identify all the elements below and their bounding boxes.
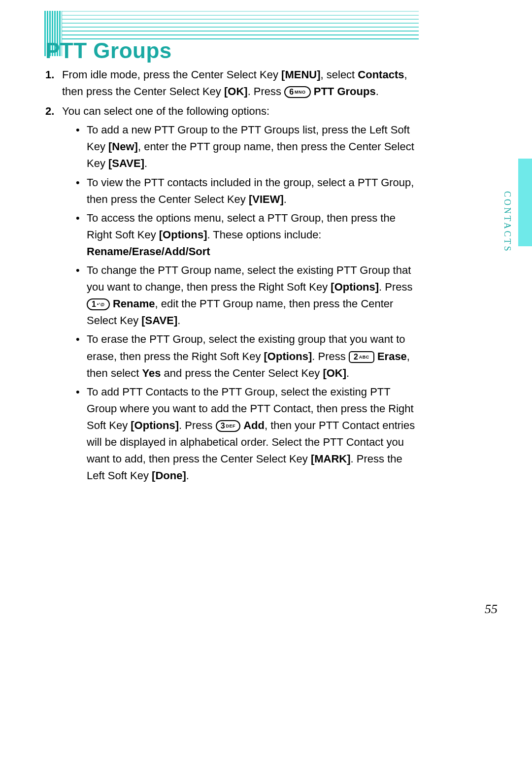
- text: . These options include:: [207, 229, 322, 241]
- bullet-view-group: To view the PTT contacts included in the…: [76, 174, 419, 208]
- step-2: 2. You can select one of the following o…: [45, 103, 419, 484]
- step-number: 1.: [45, 66, 54, 83]
- bullet-erase: To erase the PTT Group, select the exist…: [76, 331, 419, 381]
- text: . Press: [179, 419, 216, 431]
- key-ptt-groups: PTT Groups: [314, 85, 376, 98]
- key-contacts: Contacts: [358, 68, 404, 81]
- text: From idle mode, press the Center Select …: [62, 68, 281, 81]
- text: . Press: [248, 85, 285, 98]
- text: .: [144, 157, 147, 169]
- key-yes: Yes: [142, 367, 161, 379]
- text: .: [346, 367, 349, 379]
- text: . Press: [379, 281, 412, 293]
- step-number: 2.: [45, 103, 54, 120]
- text: .: [186, 469, 189, 482]
- key-view: [VIEW]: [249, 193, 284, 205]
- bullet-add-contacts: To add PTT Contacts to the PTT Group, se…: [76, 384, 419, 485]
- key-mark: [MARK]: [311, 453, 351, 465]
- keycap-3-icon: 3DEF: [216, 420, 240, 432]
- key-ok: [OK]: [224, 85, 248, 98]
- key-menu: [MENU]: [281, 68, 320, 81]
- bullet-add-group: To add a new PTT Group to the PTT Groups…: [76, 122, 419, 172]
- text: and press the Center Select Key: [161, 367, 323, 379]
- section-tab: [518, 159, 532, 246]
- step-1: 1. From idle mode, press the Center Sele…: [45, 66, 419, 100]
- page-number: 55: [485, 602, 498, 617]
- key-ok: [OK]: [323, 367, 346, 379]
- keycap-6-icon: 6MNO: [284, 86, 310, 98]
- text: You can select one of the following opti…: [62, 105, 269, 117]
- options-list: Rename/Erase/Add/Sort: [87, 245, 210, 258]
- key-add: Add: [243, 419, 265, 431]
- keycap-2-icon: 2ABC: [349, 351, 374, 363]
- key-options: [Options]: [131, 419, 179, 431]
- text: .: [376, 85, 379, 98]
- key-erase: Erase: [377, 350, 407, 362]
- key-new: [New]: [108, 140, 138, 153]
- text: , select: [321, 68, 358, 81]
- key-options: [Options]: [159, 229, 207, 241]
- text: .: [284, 193, 287, 205]
- key-done: [Done]: [152, 469, 186, 482]
- text: . Press: [312, 350, 349, 362]
- header-stripes: [44, 11, 419, 39]
- key-rename: Rename: [113, 297, 155, 310]
- body-text: 1. From idle mode, press the Center Sele…: [45, 66, 419, 487]
- section-tab-label: CONTACTS: [502, 191, 512, 253]
- key-save: [SAVE]: [141, 314, 177, 327]
- key-options: [Options]: [264, 350, 312, 362]
- key-options: [Options]: [331, 281, 379, 293]
- key-save: [SAVE]: [108, 157, 144, 169]
- keycap-1-icon: 1•’@: [87, 298, 110, 310]
- manual-page: PTT Groups CONTACTS 1. From idle mode, p…: [0, 0, 532, 757]
- bullet-rename: To change the PTT Group name, select the…: [76, 262, 419, 329]
- text: .: [177, 314, 180, 327]
- page-title: PTT Groups: [45, 38, 172, 63]
- bullet-options-menu: To access the options menu, select a PTT…: [76, 210, 419, 260]
